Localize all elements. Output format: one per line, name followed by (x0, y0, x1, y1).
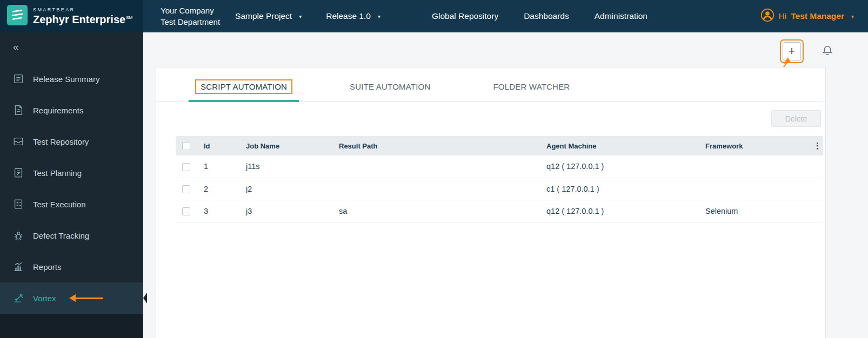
notifications-bell-icon[interactable] (822, 44, 833, 59)
test-execution-icon (12, 198, 25, 210)
main-content: + Click to create an automation job. SCR… (143, 32, 868, 338)
cell-checkbox (176, 156, 199, 178)
column-header-agent-machine: Agent Machine (542, 136, 701, 156)
nav-administration[interactable]: Administration (595, 11, 647, 21)
sidebar-item-requirements[interactable]: Requirements (0, 94, 143, 126)
automation-panel: SCRIPT AUTOMATION SUITE AUTOMATION FOLDE… (156, 67, 826, 338)
cell-job-name: j11s (242, 156, 335, 178)
sidebar-item-label: Vortex (33, 294, 56, 303)
row-checkbox[interactable] (182, 185, 190, 193)
sidebar-item-vortex[interactable]: Vortex (0, 282, 143, 314)
cell-options (809, 200, 823, 222)
tabs: SCRIPT AUTOMATION SUITE AUTOMATION FOLDE… (156, 67, 825, 102)
release-selector[interactable]: Release 1.0 ▾ (326, 11, 380, 21)
requirements-icon (12, 104, 25, 116)
cell-checkbox (176, 200, 199, 222)
sidebar-item-label: Test Repository (33, 137, 89, 146)
test-repository-icon (12, 136, 25, 147)
sidebar-item-label: Reports (33, 262, 62, 272)
cell-id: 1 (199, 156, 242, 178)
zephyr-logo-icon (7, 5, 28, 28)
tab-folder-watcher[interactable]: FOLDER WATCHER (481, 79, 582, 102)
row-checkbox[interactable] (182, 207, 190, 215)
cell-agent-machine: q12 ( 127.0.0.1 ) (542, 200, 701, 222)
sidebar-item-reports[interactable]: Reports (0, 251, 143, 282)
frame: « Release Summary Requirements (0, 32, 868, 338)
row-checkbox[interactable] (182, 163, 190, 171)
chevron-down-icon: ▾ (378, 13, 380, 19)
nav-dashboards[interactable]: Dashboards (524, 11, 569, 21)
product-name: Zephyr EnterpriseSM (33, 14, 132, 25)
cell-options (809, 156, 823, 178)
cell-agent-machine: c1 ( 127.0.0.1 ) (542, 178, 701, 200)
test-planning-icon (12, 167, 25, 179)
sidebar-item-label: Requirements (33, 106, 83, 115)
release-summary-icon (12, 73, 25, 85)
sidebar-item-release-summary[interactable]: Release Summary (0, 63, 143, 94)
sidebar-nav: Release Summary Requirements Test Reposi… (0, 63, 143, 314)
zephyr-app: SMARTBEAR Zephyr EnterpriseSM Your Compa… (0, 0, 868, 338)
project-selector[interactable]: Sample Project ▾ (235, 11, 302, 21)
company-name: Your Company (161, 5, 220, 16)
brand: SMARTBEAR Zephyr EnterpriseSM (0, 0, 143, 32)
cell-result-path (335, 156, 542, 178)
service-mark: SM (126, 15, 132, 20)
cell-result-path: sa (335, 200, 542, 222)
defect-tracking-icon (12, 229, 25, 241)
sidebar-item-defect-tracking[interactable]: Defect Tracking (0, 220, 143, 251)
cell-result-path (335, 178, 542, 200)
cell-checkbox (176, 178, 199, 200)
reports-icon (12, 261, 25, 273)
department-name: Test Department (161, 16, 220, 28)
user-menu[interactable]: Hi Test Manager ▾ (760, 8, 854, 24)
cell-agent-machine: q12 ( 127.0.0.1 ) (542, 156, 701, 178)
table-header-row: Id Job Name Result Path Agent Machine Fr… (176, 136, 823, 156)
delete-button[interactable]: Delete (771, 110, 821, 127)
cell-job-name: j3 (242, 200, 335, 222)
sidebar-item-label: Test Planning (33, 168, 82, 178)
top-navigation: Global Repository Dashboards Administrat… (432, 11, 647, 21)
sidebar-item-test-repository[interactable]: Test Repository (0, 126, 143, 157)
sidebar-item-label: Release Summary (33, 75, 99, 84)
sidebar-item-test-execution[interactable]: Test Execution (0, 188, 143, 220)
column-options-icon[interactable]: ⋮ (813, 141, 822, 150)
select-all-header (176, 136, 199, 156)
column-header-id: Id (199, 136, 242, 156)
cell-options (809, 178, 823, 200)
cell-job-name: j2 (242, 178, 335, 200)
nav-global-repository[interactable]: Global Repository (432, 11, 498, 21)
topbar: SMARTBEAR Zephyr EnterpriseSM Your Compa… (0, 0, 868, 32)
company-department: Your Company Test Department (161, 5, 220, 28)
sidebar-item-test-planning[interactable]: Test Planning (0, 157, 143, 188)
select-all-checkbox[interactable] (182, 142, 190, 150)
sidebar-item-label: Defect Tracking (33, 231, 89, 240)
brand-text: SMARTBEAR Zephyr EnterpriseSM (33, 8, 132, 25)
user-greeting: Hi (779, 11, 787, 21)
smartbear-label: SMARTBEAR (33, 8, 132, 12)
sidebar-footer (0, 314, 143, 338)
column-header-result-path: Result Path (335, 136, 542, 156)
table-row[interactable]: 2 j2 c1 ( 127.0.0.1 ) (176, 178, 823, 200)
chevron-down-icon: ▾ (851, 13, 854, 19)
chevron-down-icon: ▾ (299, 13, 302, 19)
column-header-framework: Framework (701, 136, 809, 156)
sidebar: « Release Summary Requirements (0, 32, 143, 338)
table-row[interactable]: 3 j3 sa q12 ( 127.0.0.1 ) Selenium (176, 200, 823, 222)
sidebar-item-label: Test Execution (33, 200, 86, 209)
tab-suite-automation[interactable]: SUITE AUTOMATION (338, 79, 442, 102)
user-avatar-icon (760, 8, 774, 24)
tab-script-automation[interactable]: SCRIPT AUTOMATION (189, 79, 299, 102)
user-name: Test Manager (791, 11, 844, 21)
cell-framework (701, 156, 809, 178)
vortex-pointer-arrow (75, 298, 103, 299)
column-header-job-name: Job Name (242, 136, 335, 156)
vortex-icon (12, 292, 25, 304)
table-row[interactable]: 1 j11s q12 ( 127.0.0.1 ) (176, 156, 823, 178)
cell-id: 3 (199, 200, 242, 222)
cell-framework: Selenium (701, 200, 809, 222)
table-actions: Delete (156, 102, 825, 127)
cell-id: 2 (199, 178, 242, 200)
column-options-header: ⋮ (809, 136, 823, 156)
cell-framework (701, 178, 809, 200)
sidebar-collapse-button[interactable]: « (0, 32, 143, 54)
